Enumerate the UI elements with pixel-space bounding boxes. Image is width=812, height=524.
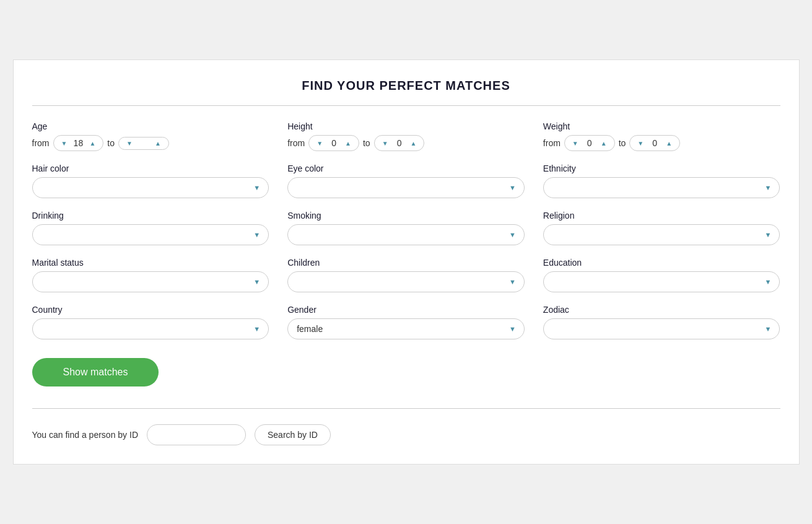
weight-field-group: Weight from ▼ 0 ▲ to ▼ 0 ▲ (543, 121, 780, 151)
drinking-label: Drinking (32, 211, 269, 221)
smoking-select-wrapper (287, 224, 525, 245)
drinking-select[interactable] (32, 224, 269, 245)
weight-from-label: from (543, 138, 561, 148)
weight-from-increment[interactable]: ▲ (600, 140, 608, 147)
show-matches-section: Show matches (32, 352, 780, 393)
age-to-label: to (107, 138, 115, 148)
age-from-label: from (32, 138, 50, 148)
country-select-wrapper (32, 318, 269, 339)
weight-label: Weight (543, 121, 780, 131)
height-field-group: Height from ▼ 0 ▲ to ▼ 0 ▲ (287, 121, 525, 151)
find-by-id-text: You can find a person by ID (32, 430, 139, 440)
height-from-increment[interactable]: ▲ (344, 140, 352, 147)
top-divider (32, 105, 780, 106)
search-by-id-button[interactable]: Search by ID (255, 424, 331, 445)
hair-color-label: Hair color (32, 164, 269, 173)
gender-select[interactable]: female male (287, 318, 525, 339)
marital-status-select[interactable] (32, 271, 269, 292)
height-from-decrement[interactable]: ▼ (315, 140, 324, 147)
row-range-fields: Age from ▼ 18 ▲ to ▼ ▲ Height from (32, 121, 780, 151)
weight-to-increment[interactable]: ▲ (665, 140, 673, 147)
hair-color-select-wrapper (32, 177, 269, 198)
height-to-label: to (363, 138, 370, 148)
children-select-wrapper (287, 271, 525, 292)
main-container: FIND YOUR PERFECT MATCHES Age from ▼ 18 … (13, 59, 800, 465)
row-location-fields: Country Gender female male Zodiac (32, 305, 780, 339)
weight-from-value: 0 (583, 138, 596, 148)
show-matches-button[interactable]: Show matches (32, 358, 159, 386)
education-select[interactable] (543, 271, 780, 292)
weight-range-row: from ▼ 0 ▲ to ▼ 0 ▲ (543, 135, 780, 151)
religion-label: Religion (543, 211, 780, 221)
age-from-value: 18 (72, 138, 84, 148)
education-select-wrapper (543, 271, 780, 292)
drinking-field-group: Drinking (32, 211, 269, 245)
drinking-select-wrapper (32, 224, 269, 245)
marital-status-field-group: Marital status (32, 258, 269, 292)
children-label: Children (287, 258, 525, 268)
age-range-row: from ▼ 18 ▲ to ▼ ▲ (32, 135, 269, 151)
hair-color-select[interactable] (32, 177, 269, 198)
id-input[interactable] (147, 424, 246, 445)
education-label: Education (543, 258, 780, 268)
height-from-stepper[interactable]: ▼ 0 ▲ (308, 135, 359, 151)
smoking-select[interactable] (287, 224, 525, 245)
ethnicity-select[interactable] (543, 177, 780, 198)
age-to-increment[interactable]: ▲ (154, 140, 162, 147)
country-select[interactable] (32, 318, 269, 339)
marital-status-label: Marital status (32, 258, 269, 268)
row-appearance-fields: Hair color Eye color Ethnicity (32, 164, 780, 198)
zodiac-label: Zodiac (543, 305, 780, 315)
weight-to-value: 0 (648, 138, 661, 148)
age-field-group: Age from ▼ 18 ▲ to ▼ ▲ (32, 121, 269, 151)
country-label: Country (32, 305, 269, 315)
weight-from-decrement[interactable]: ▼ (571, 140, 580, 147)
row-lifestyle-fields: Drinking Smoking Religion (32, 211, 780, 245)
age-from-decrement[interactable]: ▼ (60, 140, 69, 147)
zodiac-select-wrapper (543, 318, 780, 339)
height-from-value: 0 (328, 138, 340, 148)
education-field-group: Education (543, 258, 780, 292)
children-field-group: Children (287, 258, 525, 292)
eye-color-select-wrapper (287, 177, 525, 198)
ethnicity-select-wrapper (543, 177, 780, 198)
weight-to-label: to (619, 138, 626, 148)
smoking-label: Smoking (287, 211, 525, 221)
bottom-divider (32, 408, 780, 409)
weight-to-decrement[interactable]: ▼ (636, 140, 645, 147)
age-to-stepper[interactable]: ▼ ▲ (118, 137, 169, 150)
religion-select[interactable] (543, 224, 780, 245)
height-range-row: from ▼ 0 ▲ to ▼ 0 ▲ (287, 135, 525, 151)
page-title: FIND YOUR PERFECT MATCHES (32, 79, 780, 93)
religion-select-wrapper (543, 224, 780, 245)
ethnicity-label: Ethnicity (543, 164, 780, 173)
row-personal-fields: Marital status Children Education (32, 258, 780, 292)
religion-field-group: Religion (543, 211, 780, 245)
ethnicity-field-group: Ethnicity (543, 164, 780, 198)
marital-status-select-wrapper (32, 271, 269, 292)
gender-select-wrapper: female male (287, 318, 525, 339)
height-to-increment[interactable]: ▲ (409, 140, 418, 147)
weight-to-stepper[interactable]: ▼ 0 ▲ (629, 135, 680, 151)
eye-color-select[interactable] (287, 177, 525, 198)
weight-from-stepper[interactable]: ▼ 0 ▲ (564, 135, 615, 151)
height-to-value: 0 (393, 138, 406, 148)
height-label: Height (287, 121, 525, 131)
age-from-stepper[interactable]: ▼ 18 ▲ (53, 135, 104, 151)
smoking-field-group: Smoking (287, 211, 525, 245)
zodiac-select[interactable] (543, 318, 780, 339)
eye-color-label: Eye color (287, 164, 525, 173)
height-to-stepper[interactable]: ▼ 0 ▲ (374, 135, 425, 151)
children-select[interactable] (287, 271, 525, 292)
age-label: Age (32, 121, 269, 131)
hair-color-field-group: Hair color (32, 164, 269, 198)
eye-color-field-group: Eye color (287, 164, 525, 198)
gender-label: Gender (287, 305, 525, 315)
zodiac-field-group: Zodiac (543, 305, 780, 339)
gender-field-group: Gender female male (287, 305, 525, 339)
age-from-increment[interactable]: ▲ (88, 140, 97, 147)
height-to-decrement[interactable]: ▼ (381, 140, 390, 147)
age-to-decrement[interactable]: ▼ (125, 140, 134, 147)
height-from-label: from (287, 138, 305, 148)
search-by-id-section: You can find a person by ID Search by ID (32, 424, 780, 445)
